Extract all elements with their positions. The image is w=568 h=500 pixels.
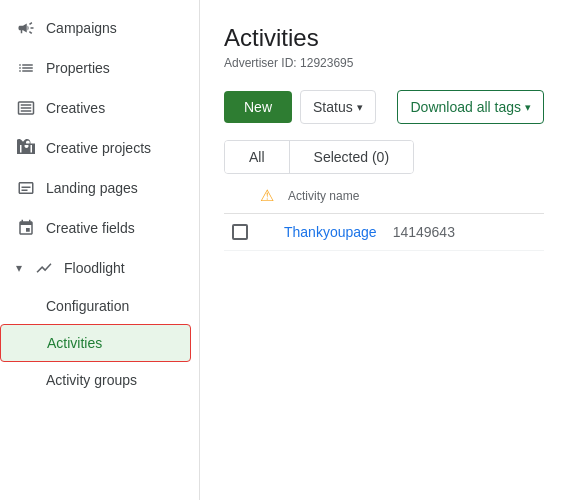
floodlight-chevron: ▾ bbox=[16, 261, 22, 275]
status-chevron-icon: ▾ bbox=[357, 101, 363, 114]
sidebar-item-creative-projects[interactable]: Creative projects bbox=[0, 128, 191, 168]
sidebar-item-label: Landing pages bbox=[46, 180, 138, 196]
sidebar-item-label: Campaigns bbox=[46, 20, 117, 36]
sidebar-item-creatives[interactable]: Creatives bbox=[0, 88, 191, 128]
sidebar-floodlight-header[interactable]: ▾ Floodlight bbox=[0, 248, 191, 288]
activity-id: 14149643 bbox=[393, 224, 455, 240]
sidebar-item-label: Properties bbox=[46, 60, 110, 76]
activity-name-header: Activity name bbox=[288, 189, 359, 203]
table-area: ⚠ Activity name Thankyoupage 14149643 bbox=[224, 174, 544, 251]
sidebar-item-campaigns[interactable]: Campaigns bbox=[0, 8, 191, 48]
floodlight-icon bbox=[34, 258, 54, 278]
megaphone-icon bbox=[16, 18, 36, 38]
creative-fields-icon bbox=[16, 218, 36, 238]
toolbar: New Status ▾ Download all tags ▾ bbox=[224, 90, 544, 124]
creative-projects-icon bbox=[16, 138, 36, 158]
tab-selected[interactable]: Selected (0) bbox=[290, 141, 413, 173]
warning-header-icon: ⚠ bbox=[260, 187, 274, 204]
download-label: Download all tags bbox=[410, 99, 521, 115]
landing-pages-icon bbox=[16, 178, 36, 198]
sidebar: Campaigns Properties Creatives Creative … bbox=[0, 0, 200, 500]
main-content: Activities Advertiser ID: 12923695 New S… bbox=[200, 0, 568, 500]
creatives-icon bbox=[16, 98, 36, 118]
advertiser-id-label: Advertiser ID: bbox=[224, 56, 297, 70]
table-header: ⚠ Activity name bbox=[224, 174, 544, 214]
sidebar-sub-item-activities[interactable]: Activities bbox=[0, 324, 191, 362]
properties-icon bbox=[16, 58, 36, 78]
sidebar-sub-item-label: Activities bbox=[47, 335, 102, 351]
sidebar-item-creative-fields[interactable]: Creative fields bbox=[0, 208, 191, 248]
sidebar-item-label: Creative projects bbox=[46, 140, 151, 156]
status-label: Status bbox=[313, 99, 353, 115]
tab-bar: All Selected (0) bbox=[224, 140, 414, 174]
page-title: Activities bbox=[224, 24, 544, 52]
warning-header: ⚠ bbox=[260, 186, 280, 205]
table-row: Thankyoupage 14149643 bbox=[224, 214, 544, 251]
download-all-tags-button[interactable]: Download all tags ▾ bbox=[397, 90, 544, 124]
new-button[interactable]: New bbox=[224, 91, 292, 123]
tab-all[interactable]: All bbox=[225, 141, 290, 173]
download-chevron-icon: ▾ bbox=[525, 101, 531, 114]
sidebar-item-properties[interactable]: Properties bbox=[0, 48, 191, 88]
sidebar-item-label: Creatives bbox=[46, 100, 105, 116]
activity-name-link[interactable]: Thankyoupage bbox=[284, 224, 377, 240]
sidebar-item-label: Creative fields bbox=[46, 220, 135, 236]
row-checkbox[interactable] bbox=[232, 224, 248, 240]
sidebar-sub-item-label: Activity groups bbox=[46, 372, 137, 388]
sidebar-sub-item-configuration[interactable]: Configuration bbox=[0, 288, 191, 324]
sidebar-item-landing-pages[interactable]: Landing pages bbox=[0, 168, 191, 208]
advertiser-id-value: 12923695 bbox=[300, 56, 353, 70]
sidebar-sub-item-activity-groups[interactable]: Activity groups bbox=[0, 362, 191, 398]
advertiser-id-row: Advertiser ID: 12923695 bbox=[224, 56, 544, 70]
status-button[interactable]: Status ▾ bbox=[300, 90, 376, 124]
floodlight-label: Floodlight bbox=[64, 260, 125, 276]
sidebar-sub-item-label: Configuration bbox=[46, 298, 129, 314]
